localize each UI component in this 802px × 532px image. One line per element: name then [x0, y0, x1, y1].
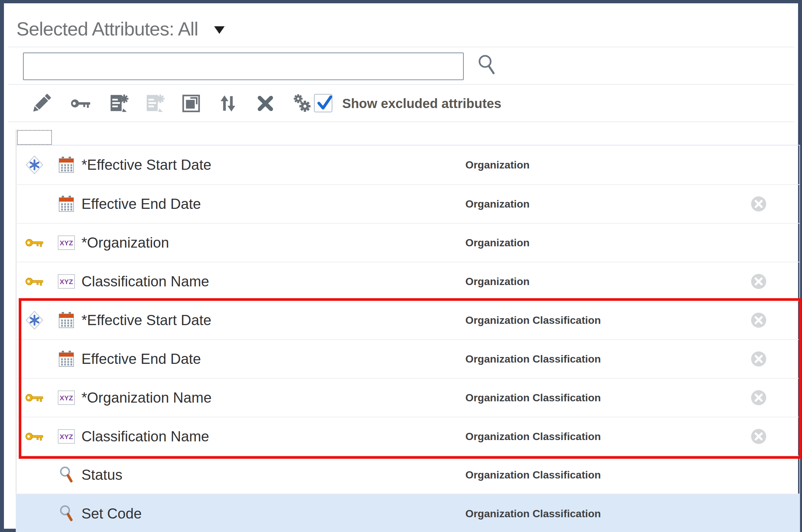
entity-name: Organization	[465, 224, 530, 262]
primary-key-icon	[25, 431, 44, 442]
remove-attribute-button[interactable]	[751, 185, 766, 223]
new-document-star-disabled-icon	[144, 93, 165, 114]
marker-cell	[24, 301, 45, 339]
lookup-magnifier-icon	[59, 505, 74, 522]
page-title: Selected Attributes: All	[16, 18, 198, 40]
remove-attribute-icon	[751, 196, 766, 212]
attribute-row[interactable]: XYZClassification NameOrganization	[16, 262, 800, 301]
remove-attribute-icon	[751, 429, 766, 444]
marker-cell	[24, 494, 45, 532]
marker-cell	[24, 379, 45, 417]
attribute-type-cell	[57, 301, 76, 339]
svg-text:XYZ: XYZ	[60, 394, 73, 402]
attribute-row[interactable]: XYZ*OrganizationOrganization	[16, 223, 800, 262]
remove-attribute-button[interactable]	[751, 262, 766, 301]
remove-button[interactable]	[251, 85, 280, 122]
dropdown-caret-icon[interactable]	[214, 25, 225, 34]
attribute-type-cell	[57, 185, 76, 223]
attribute-row[interactable]: Set CodeOrganization Classification	[16, 494, 800, 532]
calendar-icon	[58, 196, 74, 212]
search-icon	[477, 54, 498, 78]
primary-key-button[interactable]	[66, 85, 96, 122]
search-section	[8, 46, 794, 85]
copy-attribute-button[interactable]	[176, 85, 206, 122]
attribute-type-cell	[57, 456, 76, 494]
svg-text:XYZ: XYZ	[60, 433, 73, 440]
new-document-star-icon	[108, 93, 129, 114]
edit-button[interactable]	[26, 85, 56, 122]
search-button[interactable]	[474, 53, 500, 79]
show-excluded-label: Show excluded attributes	[342, 85, 501, 122]
attribute-row[interactable]: Effective End DateOrganization Classific…	[16, 339, 800, 378]
search-input[interactable]	[23, 53, 464, 80]
key-icon	[70, 97, 91, 109]
entity-name: Organization	[465, 185, 530, 223]
svg-text:XYZ: XYZ	[60, 278, 73, 285]
remove-attribute-button[interactable]	[751, 417, 766, 455]
entity-name: Organization Classification	[465, 379, 601, 417]
attributes-toolbar: Show excluded attributes	[8, 85, 794, 122]
entity-name: Organization Classification	[465, 494, 601, 532]
xyz-text-attribute-icon: XYZ	[58, 391, 75, 405]
required-diamond-icon	[26, 311, 43, 330]
attribute-type-cell: XYZ	[57, 379, 76, 417]
entity-name: Organization Classification	[465, 417, 601, 455]
attribute-name: Classification Name	[81, 417, 209, 455]
marker-cell	[24, 262, 45, 301]
attribute-row[interactable]: Effective End DateOrganization	[16, 184, 800, 223]
marker-cell	[24, 340, 45, 378]
reorder-button[interactable]	[213, 85, 243, 122]
remove-attribute-icon	[751, 390, 766, 405]
remove-attribute-icon	[751, 273, 766, 289]
attribute-name: *Organization Name	[81, 379, 211, 417]
attribute-row[interactable]: *Effective Start DateOrganization	[16, 146, 800, 184]
attribute-type-cell: XYZ	[57, 417, 76, 455]
attribute-name: Classification Name	[81, 262, 209, 301]
entity-name: Organization	[465, 146, 530, 184]
create-attribute-disabled-button[interactable]	[139, 85, 169, 122]
remove-attribute-button[interactable]	[751, 301, 766, 339]
calendar-icon	[58, 312, 74, 328]
marker-cell	[24, 185, 45, 223]
marker-column-header-cell[interactable]	[17, 130, 52, 145]
marker-cell	[24, 417, 45, 455]
entity-name: Organization	[465, 262, 530, 301]
show-excluded-checkbox[interactable]	[314, 94, 332, 112]
remove-attribute-icon	[751, 312, 766, 328]
remove-attribute-icon	[751, 351, 766, 367]
attribute-name: Effective End Date	[81, 185, 201, 223]
marker-cell	[24, 456, 45, 494]
attribute-type-cell	[57, 146, 76, 184]
svg-text:XYZ: XYZ	[60, 239, 73, 247]
attribute-name: Set Code	[81, 494, 141, 532]
checkmark-icon	[315, 93, 334, 112]
xyz-text-attribute-icon: XYZ	[58, 429, 75, 444]
marker-cell	[24, 146, 45, 184]
pencil-icon	[30, 92, 53, 115]
attribute-row[interactable]: *Effective Start DateOrganization Classi…	[16, 301, 800, 339]
primary-key-icon	[25, 238, 44, 248]
attribute-type-cell	[57, 340, 76, 378]
calendar-icon	[58, 157, 74, 173]
attribute-type-cell: XYZ	[57, 224, 76, 262]
attribute-row[interactable]: XYZClassification NameOrganization Class…	[16, 417, 800, 455]
copy-icon	[182, 94, 200, 113]
attribute-name: Status	[81, 456, 122, 494]
remove-attribute-button[interactable]	[751, 379, 766, 417]
attribute-row[interactable]: StatusOrganization Classification	[16, 455, 800, 494]
create-attribute-button[interactable]	[103, 85, 133, 122]
remove-attribute-button[interactable]	[751, 340, 766, 378]
settings-button[interactable]	[287, 85, 317, 122]
up-down-arrows-icon	[219, 94, 237, 113]
lookup-magnifier-icon	[59, 466, 74, 484]
panel-header: Selected Attributes: All	[16, 15, 225, 43]
marker-cell	[24, 224, 45, 262]
xyz-text-attribute-icon: XYZ	[58, 274, 75, 289]
attribute-type-cell	[57, 494, 76, 532]
attribute-name: *Effective Start Date	[81, 301, 211, 339]
primary-key-icon	[25, 393, 44, 403]
attribute-name: Effective End Date	[81, 340, 201, 378]
x-icon	[257, 95, 274, 112]
attribute-row[interactable]: XYZ*Organization NameOrganization Classi…	[16, 378, 800, 417]
attribute-type-cell: XYZ	[57, 262, 76, 301]
